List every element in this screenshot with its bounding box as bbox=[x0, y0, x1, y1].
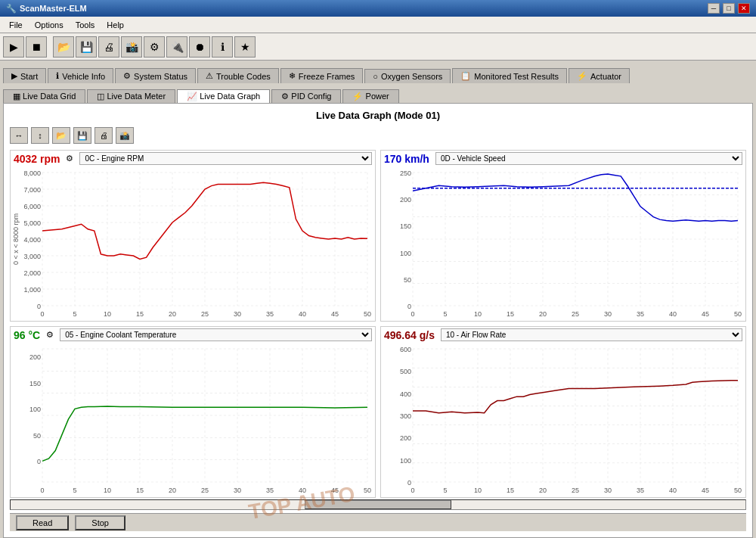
subtab-live-data-grid[interactable]: ▦ Live Data Grid bbox=[3, 89, 85, 103]
pid-config-icon: ⚙ bbox=[281, 92, 289, 101]
main-tab-bar: ▶ Start ℹ Vehicle Info ⚙ System Status ⚠… bbox=[0, 61, 756, 83]
tab-oxygen-sensors[interactable]: ○ Oxygen Sensors bbox=[364, 69, 451, 83]
chart-speed-header: 170 km/h 0D - Vehicle Speed bbox=[381, 151, 745, 166]
vehicle-info-icon: ℹ bbox=[56, 71, 59, 81]
charts-grid: 4032 rpm ⚙ 0C - Engine RPM 170 km/h 0D -… bbox=[10, 150, 746, 498]
chart-rpm-body bbox=[11, 166, 375, 321]
chart-coolant-body bbox=[11, 343, 375, 497]
speed-canvas bbox=[381, 166, 745, 321]
app-title: 🔧 ScanMaster-ELM bbox=[6, 4, 87, 14]
chart-airflow-body bbox=[381, 343, 745, 497]
chart-coolant: 96 °C ⚙ 05 - Engine Coolant Temperature bbox=[10, 326, 376, 498]
scrollbar[interactable] bbox=[10, 499, 746, 510]
maximize-button[interactable]: □ bbox=[723, 3, 735, 14]
graph-toolbar: ↔ ↕ 📂 💾 🖨 📸 bbox=[10, 126, 746, 145]
grid-icon: ▦ bbox=[13, 92, 20, 101]
rpm-value: 4032 rpm bbox=[14, 153, 60, 165]
start-icon: ▶ bbox=[11, 71, 17, 81]
tab-actuator[interactable]: ⚡ Actuator bbox=[569, 68, 630, 83]
rpm-canvas bbox=[11, 166, 375, 321]
coolant-icon: ⚙ bbox=[46, 330, 54, 340]
toolbar-btn-5[interactable]: 🖨 bbox=[98, 36, 119, 58]
tab-system-status[interactable]: ⚙ System Status bbox=[115, 68, 196, 83]
titlebar: 🔧 ScanMaster-ELM ─ □ ✕ bbox=[0, 0, 756, 17]
chart-speed: 170 km/h 0D - Vehicle Speed bbox=[380, 150, 746, 322]
rpm-icon: ⚙ bbox=[66, 154, 73, 163]
menu-help[interactable]: Help bbox=[101, 19, 130, 31]
subtab-live-data-graph[interactable]: 📈 Live Data Graph bbox=[177, 89, 270, 103]
graph-tool-4[interactable]: 💾 bbox=[73, 127, 91, 144]
content-area: Live Data Graph (Mode 01) ↔ ↕ 📂 💾 🖨 📸 40… bbox=[3, 103, 753, 538]
chart-speed-body bbox=[381, 166, 745, 321]
close-button[interactable]: ✕ bbox=[738, 3, 750, 14]
toolbar-btn-8[interactable]: 🔌 bbox=[166, 36, 187, 58]
power-icon: ⚡ bbox=[352, 92, 363, 101]
tab-trouble-codes[interactable]: ⚠ Trouble Codes bbox=[197, 68, 279, 83]
monitored-test-icon: 📋 bbox=[460, 71, 471, 81]
toolbar-btn-1[interactable]: ▶ bbox=[3, 36, 24, 58]
stop-button[interactable]: Stop bbox=[75, 515, 125, 530]
coolant-value: 96 °C bbox=[14, 329, 40, 341]
chart-coolant-header: 96 °C ⚙ 05 - Engine Coolant Temperature bbox=[11, 327, 375, 343]
status-left: Read Stop bbox=[16, 515, 125, 530]
toolbar-btn-11[interactable]: ★ bbox=[234, 36, 256, 58]
menu-file[interactable]: File bbox=[3, 19, 29, 31]
graph-tool-2[interactable]: ↕ bbox=[31, 127, 49, 144]
chart-airflow: 496.64 g/s 10 - Air Flow Rate bbox=[380, 326, 746, 498]
coolant-canvas bbox=[11, 343, 375, 497]
toolbar-btn-10[interactable]: ℹ bbox=[212, 36, 233, 58]
system-status-icon: ⚙ bbox=[123, 71, 131, 81]
oxygen-sensors-icon: ○ bbox=[373, 72, 378, 81]
toolbar-btn-3[interactable]: 📂 bbox=[53, 36, 74, 58]
graph-icon: 📈 bbox=[187, 92, 197, 101]
toolbar-btn-7[interactable]: ⚙ bbox=[144, 36, 165, 58]
subtab-live-data-meter[interactable]: ◫ Live Data Meter bbox=[87, 89, 175, 103]
chart-rpm: 4032 rpm ⚙ 0C - Engine RPM bbox=[10, 150, 376, 322]
window-controls: ─ □ ✕ bbox=[708, 3, 750, 14]
toolbar-btn-4[interactable]: 💾 bbox=[76, 36, 97, 58]
menubar: File Options Tools Help bbox=[0, 17, 756, 33]
graph-tool-3[interactable]: 📂 bbox=[52, 127, 70, 144]
airflow-canvas bbox=[381, 343, 745, 497]
graph-tool-1[interactable]: ↔ bbox=[10, 127, 28, 144]
trouble-codes-icon: ⚠ bbox=[206, 71, 213, 81]
airflow-selector[interactable]: 10 - Air Flow Rate bbox=[441, 328, 742, 341]
sub-tab-bar: ▦ Live Data Grid ◫ Live Data Meter 📈 Liv… bbox=[0, 83, 756, 103]
tab-start[interactable]: ▶ Start bbox=[3, 68, 46, 83]
speed-value: 170 km/h bbox=[384, 153, 429, 165]
read-button[interactable]: Read bbox=[16, 515, 69, 530]
meter-icon: ◫ bbox=[97, 92, 104, 101]
menu-options[interactable]: Options bbox=[29, 19, 70, 31]
speed-selector[interactable]: 0D - Vehicle Speed bbox=[435, 152, 742, 165]
toolbar-btn-9[interactable]: ⏺ bbox=[189, 36, 210, 58]
chart-airflow-header: 496.64 g/s 10 - Air Flow Rate bbox=[381, 327, 745, 343]
chart-rpm-header: 4032 rpm ⚙ 0C - Engine RPM bbox=[11, 151, 375, 166]
actuator-icon: ⚡ bbox=[577, 71, 587, 81]
toolbar-btn-6[interactable]: 📸 bbox=[121, 36, 142, 58]
toolbar-btn-2[interactable]: ⏹ bbox=[26, 36, 47, 58]
subtab-power[interactable]: ⚡ Power bbox=[342, 89, 398, 103]
tab-freeze-frames[interactable]: ❄ Freeze Frames bbox=[280, 68, 364, 83]
graph-tool-6[interactable]: 📸 bbox=[116, 127, 134, 144]
freeze-frames-icon: ❄ bbox=[289, 71, 296, 81]
rpm-selector[interactable]: 0C - Engine RPM bbox=[79, 152, 372, 165]
page-title: Live Data Graph (Mode 01) bbox=[10, 110, 746, 121]
scrollbar-thumb[interactable] bbox=[305, 500, 451, 509]
toolbar: ▶ ⏹ 📂 💾 🖨 📸 ⚙ 🔌 ⏺ ℹ ★ bbox=[0, 33, 756, 61]
minimize-button[interactable]: ─ bbox=[708, 3, 720, 14]
graph-tool-5[interactable]: 🖨 bbox=[94, 127, 113, 144]
tab-monitored-test-results[interactable]: 📋 Monitored Test Results bbox=[452, 68, 567, 83]
subtab-pid-config[interactable]: ⚙ PID Config bbox=[271, 89, 341, 103]
coolant-selector[interactable]: 05 - Engine Coolant Temperature bbox=[60, 328, 372, 341]
menu-tools[interactable]: Tools bbox=[70, 19, 101, 31]
status-bar: Read Stop bbox=[10, 513, 746, 531]
tab-vehicle-info[interactable]: ℹ Vehicle Info bbox=[48, 68, 113, 83]
app-icon: 🔧 bbox=[6, 4, 17, 14]
airflow-value: 496.64 g/s bbox=[384, 329, 435, 341]
